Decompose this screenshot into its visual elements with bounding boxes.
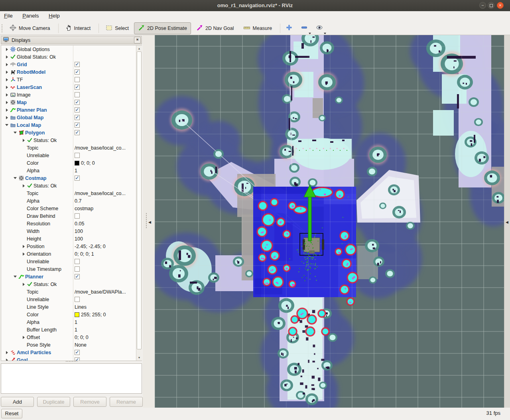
tree-row-position[interactable]: Position-2.45; -2.45; 0 — [1, 243, 142, 250]
panel-splitter-grip[interactable] — [65, 361, 77, 363]
property-value[interactable]: /move_base/local_co... — [75, 145, 126, 151]
checkbox-unchecked[interactable] — [75, 213, 80, 219]
tree-row-use-timestamp[interactable]: Use Timestamp — [1, 265, 142, 273]
property-value[interactable]: 0; 0; 0; 1 — [75, 251, 94, 257]
property-value[interactable]: 0; 0; 0 — [81, 160, 95, 166]
tree-row-unreliable[interactable]: Unreliable — [1, 152, 142, 159]
tree-row-local-map[interactable]: Local Map✓ — [1, 121, 142, 129]
checkbox-checked[interactable]: ✓ — [75, 274, 80, 279]
checkbox-checked[interactable]: ✓ — [75, 100, 80, 105]
tree-row-status-ok[interactable]: Status: Ok — [1, 280, 142, 288]
expander-collapsed-icon[interactable] — [4, 359, 10, 361]
scroll-up-icon[interactable]: ▲ — [136, 46, 142, 51]
expander-collapsed-icon[interactable] — [4, 55, 10, 59]
tree-row-planner[interactable]: Planner✓ — [1, 273, 142, 280]
tree-row-pose-style[interactable]: Pose StyleNone — [1, 341, 142, 349]
expander-expanded-icon[interactable] — [12, 132, 18, 134]
tree-row-color-scheme[interactable]: Color Schemecostmap — [1, 205, 142, 212]
tree-row-status-ok[interactable]: Status: Ok — [1, 182, 142, 189]
expander-collapsed-icon[interactable] — [4, 78, 10, 81]
checkbox-checked[interactable]: ✓ — [75, 122, 80, 128]
collapse-right-arrow-icon[interactable]: ◀ — [506, 220, 508, 224]
tree-row-topic[interactable]: Topic/move_base/local_co... — [1, 189, 142, 197]
checkbox-checked[interactable]: ✓ — [75, 85, 80, 90]
tree-row-width[interactable]: Width100 — [1, 227, 142, 235]
collapse-left-arrow-icon[interactable]: ◀ — [148, 220, 151, 224]
tree-row-orientation[interactable]: Orientation0; 0; 0; 1 — [1, 250, 142, 258]
splitter-grip[interactable] — [146, 213, 147, 229]
property-value[interactable]: -2.45; -2.45; 0 — [75, 244, 106, 249]
checkbox-unchecked[interactable] — [75, 266, 80, 272]
checkbox-checked[interactable]: ✓ — [75, 115, 80, 120]
move-camera-tool[interactable]: Move Camera — [6, 22, 54, 34]
expander-collapsed-icon[interactable] — [20, 139, 27, 142]
checkbox-unchecked[interactable] — [75, 297, 80, 302]
tree-row-tf[interactable]: TF — [1, 76, 142, 83]
property-value[interactable]: 100 — [75, 229, 83, 234]
expander-collapsed-icon[interactable] — [4, 63, 10, 66]
checkbox-checked[interactable]: ✓ — [75, 175, 80, 181]
tree-scrollbar[interactable]: ▲ ▼ — [136, 45, 142, 361]
tree-row-line-style[interactable]: Line StyleLines — [1, 303, 142, 311]
tree-row-global-options[interactable]: Global Options — [1, 45, 142, 53]
checkbox-checked[interactable]: ✓ — [75, 107, 80, 112]
interact-tool[interactable]: Interact — [61, 22, 95, 34]
pose-estimate-tool[interactable]: 2D Pose Estimate — [134, 22, 191, 34]
panel-close-icon[interactable]: ✖ — [134, 37, 141, 43]
left-splitter[interactable]: ◀ — [143, 35, 155, 408]
rename-button[interactable]: Rename — [110, 397, 143, 407]
color-swatch[interactable] — [75, 312, 79, 317]
tree-row-height[interactable]: Height100 — [1, 235, 142, 243]
tree-row-alpha[interactable]: Alpha0.7 — [1, 197, 142, 205]
expander-collapsed-icon[interactable] — [20, 184, 27, 187]
property-value[interactable]: 0; 0; 0 — [75, 335, 89, 340]
tree-row-unreliable[interactable]: Unreliable — [1, 296, 142, 303]
property-value[interactable]: 255; 255; 0 — [81, 312, 106, 317]
tree-row-laserscan[interactable]: LaserScan✓ — [1, 83, 142, 91]
expander-collapsed-icon[interactable] — [20, 252, 27, 256]
property-value[interactable]: 0.7 — [75, 198, 81, 204]
property-value[interactable]: costmap — [75, 206, 93, 211]
measure-tool[interactable]: Measure — [239, 22, 276, 34]
expander-collapsed-icon[interactable] — [4, 351, 10, 354]
checkbox-unchecked[interactable] — [75, 259, 80, 264]
menu-help[interactable]: Help — [45, 11, 64, 19]
tree-row-topic[interactable]: Topic/move_base/DWAPla... — [1, 288, 142, 296]
property-value[interactable]: 1 — [75, 168, 77, 174]
tree-row-buffer-length[interactable]: Buffer Length1 — [1, 326, 142, 333]
checkbox-unchecked[interactable] — [75, 153, 80, 158]
checkbox-unchecked[interactable] — [75, 77, 80, 82]
tree-row-global-status-ok[interactable]: Global Status: Ok — [1, 53, 142, 61]
tree-row-alpha[interactable]: Alpha1 — [1, 318, 142, 326]
nav-goal-tool[interactable]: 2D Nav Goal — [192, 22, 238, 34]
checkbox-checked[interactable]: ✓ — [75, 69, 80, 75]
expander-collapsed-icon[interactable] — [4, 71, 10, 74]
3d-viewport[interactable] — [155, 35, 504, 408]
scroll-down-icon[interactable]: ▼ — [136, 355, 142, 360]
expander-collapsed-icon[interactable] — [4, 101, 10, 104]
minimize-button[interactable]: − — [479, 2, 486, 9]
checkbox-checked[interactable]: ✓ — [75, 130, 80, 135]
maximize-button[interactable] — [488, 2, 494, 9]
tree-row-color[interactable]: Color0; 0; 0 — [1, 159, 142, 167]
close-button[interactable]: × — [497, 2, 504, 9]
property-value[interactable]: 1 — [75, 319, 77, 325]
tree-row-costmap[interactable]: Costmap✓ — [1, 174, 142, 182]
tree-row-alpha[interactable]: Alpha1 — [1, 167, 142, 174]
property-value[interactable]: 1 — [75, 327, 77, 333]
zoom-out-button[interactable] — [298, 23, 310, 34]
expander-collapsed-icon[interactable] — [4, 93, 10, 97]
checkbox-checked[interactable]: ✓ — [75, 62, 80, 67]
property-value[interactable]: 0.05 — [75, 221, 84, 227]
checkbox-unchecked[interactable] — [75, 92, 80, 97]
tree-row-unreliable[interactable]: Unreliable — [1, 258, 142, 265]
expander-expanded-icon[interactable] — [12, 177, 18, 179]
expander-collapsed-icon[interactable] — [20, 245, 27, 248]
reset-button[interactable]: Reset — [1, 409, 22, 418]
toolbar-drag-handle[interactable] — [1, 24, 3, 33]
expander-collapsed-icon[interactable] — [4, 116, 10, 119]
tree-row-status-ok[interactable]: Status: Ok — [1, 136, 142, 144]
expander-collapsed-icon[interactable] — [20, 283, 27, 286]
expander-expanded-icon[interactable] — [4, 124, 10, 126]
expander-expanded-icon[interactable] — [12, 276, 18, 278]
